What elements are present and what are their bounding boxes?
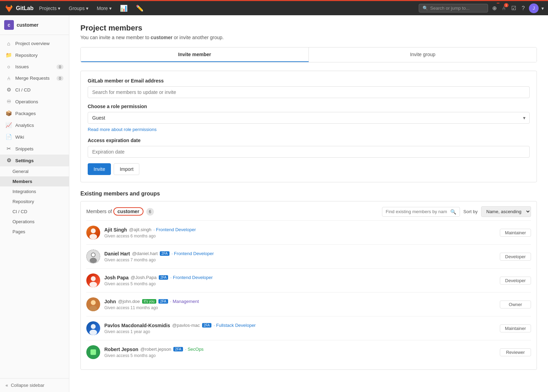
member-avatar <box>86 321 100 335</box>
subnav-pages[interactable]: Pages <box>0 227 69 237</box>
sort-select[interactable]: Name, ascending <box>481 206 531 217</box>
import-button[interactable]: Import <box>114 163 139 175</box>
gear-icon: ⚙ <box>6 157 12 164</box>
role-label: Choose a role permission <box>88 104 530 109</box>
sidebar-item-analytics[interactable]: 📈 Analytics <box>0 119 69 131</box>
expiration-input[interactable] <box>88 146 530 158</box>
member-role-badge[interactable]: Maintainer <box>500 324 531 332</box>
tab-invite-group[interactable]: Invite group <box>309 47 537 62</box>
chevron-down-icon: ▾ <box>58 6 60 11</box>
member-info: Josh Papa @Josh.Papa 2FA · Frontend Deve… <box>104 275 496 286</box>
search-placeholder: Search or jump to... <box>430 6 469 11</box>
member-name: Ajit Singh <box>104 227 127 233</box>
member-name-row: John @john.doe It's you 2FA · Management <box>104 299 496 304</box>
tab-invite-member[interactable]: Invite member <box>81 47 309 62</box>
nav-more[interactable]: More ▾ <box>94 4 114 12</box>
2fa-badge: 2FA <box>173 347 183 351</box>
gitlab-logo[interactable]: GitLab <box>4 3 34 13</box>
sidebar-item-snippets[interactable]: ✂ Snippets <box>0 143 69 155</box>
mr-badge: 0 <box>56 76 63 81</box>
member-username: @ajit.singh <box>129 227 151 232</box>
sidebar-header: c customer <box>0 15 69 35</box>
collapse-sidebar-button[interactable]: « Collapse sidebar <box>0 378 69 392</box>
member-name-row: Pavlos Macdonald-Kosmidis @pavlos-mac 2F… <box>104 323 496 328</box>
member-search-wrapper: 🔍 <box>382 207 460 217</box>
invite-button[interactable]: Invite <box>88 163 111 175</box>
member-since: Given access 1 year ago <box>104 329 496 334</box>
read-more-link[interactable]: Read more about role permissions <box>88 127 157 132</box>
search-box[interactable]: 🔍 Search or jump to... <box>419 4 488 12</box>
help-icon[interactable]: ? <box>520 4 526 13</box>
sidebar-item-operations[interactable]: ♾ Operations <box>0 96 69 107</box>
subnav-members[interactable]: Members <box>0 176 69 186</box>
member-role-badge[interactable]: Reviewer <box>500 348 531 356</box>
member-role-badge[interactable]: Developer <box>500 277 531 285</box>
merge-icon: ⑃ <box>6 75 12 81</box>
operations-icon: ♾ <box>6 98 12 105</box>
member-role-badge[interactable]: Maintainer <box>500 229 531 237</box>
sidebar-item-repository[interactable]: 📁 Repository <box>0 49 69 61</box>
member-role-badge[interactable]: Developer <box>500 253 531 261</box>
member-search-input[interactable] <box>386 209 448 214</box>
table-row: Robert Jepson @robert.jepson 2FA · SecOp… <box>86 340 531 364</box>
sidebar-item-ci-cd[interactable]: ⚙ CI / CD <box>0 84 69 96</box>
nav-activity-icon[interactable]: 📊 <box>117 3 130 14</box>
existing-members-title: Existing members and groups <box>80 191 537 197</box>
svg-point-5 <box>91 228 96 233</box>
user-avatar[interactable]: J <box>529 3 539 13</box>
member-since: Given access 5 months ago <box>104 353 496 358</box>
member-avatar <box>86 345 100 359</box>
subnav-repository[interactable]: Repository <box>0 197 69 207</box>
expiration-label: Access expiration date <box>88 138 530 143</box>
sidebar-item-merge-requests[interactable]: ⑃ Merge Requests 0 <box>0 72 69 84</box>
invite-form: GitLab member or Email address Choose a … <box>80 71 537 182</box>
project-icon: c <box>4 20 14 30</box>
settings-subnav: General Members Integrations Repository … <box>0 166 69 237</box>
sidebar-item-project-overview[interactable]: ⌂ Project overview <box>0 38 69 49</box>
sidebar-project-name: customer <box>17 22 38 28</box>
svg-point-14 <box>91 324 96 329</box>
member-name: Daniel Hart <box>104 251 130 256</box>
nav-edit-icon[interactable]: ✏️ <box>133 3 146 14</box>
member-since: Given access 6 months ago <box>104 234 496 238</box>
subnav-general[interactable]: General <box>0 166 69 176</box>
email-input[interactable] <box>88 86 530 98</box>
member-role-tag: · Frontend Developer <box>170 275 212 280</box>
subnav-ci-cd[interactable]: CI / CD <box>0 207 69 217</box>
2fa-badge: 2FA <box>158 299 168 304</box>
role-select[interactable]: Guest Reporter Developer Maintainer Owne… <box>88 112 530 124</box>
member-role-badge[interactable]: Owner <box>500 300 531 308</box>
sidebar-item-settings[interactable]: ⚙ Settings <box>0 155 69 166</box>
member-role-tag: · Fullstack Developer <box>214 323 255 328</box>
member-username: @daniel.hart <box>132 251 158 256</box>
nav-projects[interactable]: Projects ▾ <box>36 4 63 12</box>
gitlab-fox-icon <box>4 3 14 13</box>
table-row: Josh Papa @Josh.Papa 2FA · Frontend Deve… <box>86 268 531 292</box>
member-role-tag: · Management <box>170 299 199 304</box>
sidebar-nav: ⌂ Project overview 📁 Repository ○ Issues… <box>0 35 69 378</box>
sidebar-item-packages[interactable]: 📦 Packages <box>0 107 69 119</box>
member-info: Pavlos Macdonald-Kosmidis @pavlos-mac 2F… <box>104 323 496 334</box>
subnav-integrations[interactable]: Integrations <box>0 186 69 197</box>
member-name: Josh Papa <box>104 275 129 280</box>
form-buttons: Invite Import <box>88 163 530 175</box>
nav-groups[interactable]: Groups ▾ <box>66 4 91 12</box>
2fa-badge: 2FA <box>160 251 169 256</box>
wiki-icon: 📄 <box>6 134 12 140</box>
user-avatar-chevron: ▾ <box>541 6 544 11</box>
analytics-icon: 📈 <box>6 122 12 128</box>
member-role-tag: · SecOps <box>185 347 203 352</box>
sidebar-item-issues[interactable]: ○ Issues 0 <box>0 61 69 72</box>
todo-icon[interactable]: ☑ <box>510 3 517 13</box>
subnav-operations[interactable]: Operations <box>0 217 69 227</box>
sidebar-item-wiki[interactable]: 📄 Wiki <box>0 131 69 143</box>
svg-marker-2 <box>6 7 12 12</box>
member-info: Daniel Hart @daniel.hart 2FA · Frontend … <box>104 251 496 262</box>
member-username: @john.doe <box>118 299 140 304</box>
svg-point-11 <box>89 282 97 287</box>
page-title: Project members <box>80 24 537 33</box>
create-button[interactable]: ⊕ <box>491 3 498 13</box>
merge-requests-nav-icon[interactable]: ⑃ 1 <box>501 4 507 13</box>
member-role-tag: · Frontend Developer <box>172 251 214 256</box>
book-icon: 📁 <box>6 52 12 58</box>
